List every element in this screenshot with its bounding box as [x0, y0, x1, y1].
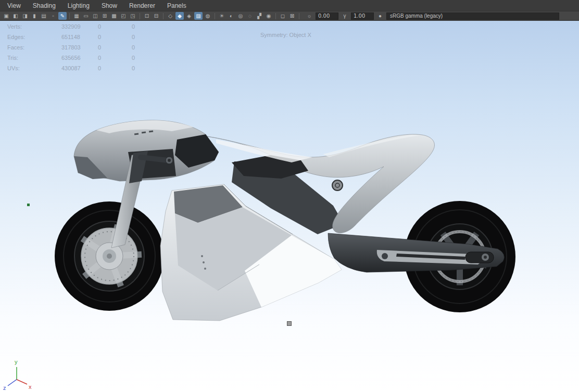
manipulator-handle[interactable]	[287, 321, 292, 326]
menu-view[interactable]: View	[5, 1, 23, 10]
menu-item-label: Lighting	[68, 2, 90, 9]
select-camera-icon[interactable]: ▣	[2, 12, 10, 20]
3d-viewport[interactable]: Verts: 332909 0 0 Edges: 651148 0 0 Face…	[0, 21, 579, 392]
toolbar-color-management-group: ☼ γ ● sRGB gamma (legacy)	[305, 12, 577, 20]
x-ray-icon[interactable]: ⊠	[288, 12, 296, 20]
hud-selected-value: 0	[98, 55, 132, 61]
frame-selection-icon[interactable]: ⊟	[152, 12, 160, 20]
axis-y-label: y	[15, 359, 18, 365]
lock-camera-icon[interactable]: ◧	[11, 12, 20, 20]
icon-glyph: ◫	[93, 13, 97, 19]
pivot-bolt	[332, 180, 343, 191]
icon-glyph: ▤	[41, 13, 46, 19]
menu-lighting[interactable]: Lighting	[66, 1, 92, 10]
toolbar-icons: ▣ ◧ ◨ ▮ ▤ ▫ ✎	[2, 12, 301, 20]
menu-shading[interactable]: Shading	[31, 1, 58, 10]
icon-glyph: ◆	[178, 13, 182, 19]
view-axis-widget: y z x	[1, 355, 37, 391]
menu-item-label: Panels	[167, 2, 186, 9]
toolbar-divider	[275, 13, 276, 19]
hud-row: UVs: 430087 0 0	[0, 63, 163, 73]
color-management-icon[interactable]: ●	[376, 12, 384, 20]
icon-glyph: ☀	[220, 13, 224, 19]
safe-title-icon[interactable]: ◳	[129, 12, 137, 20]
use-default-material-icon[interactable]: ◍	[204, 12, 212, 20]
poly-count-hud: Verts: 332909 0 0 Edges: 651148 0 0 Face…	[0, 21, 163, 73]
menu-panels[interactable]: Panels	[165, 1, 188, 10]
hud-row: Verts: 332909 0 0	[0, 21, 163, 32]
panel-toolbar: ▣ ◧ ◨ ▮ ▤ ▫ ✎	[0, 11, 579, 21]
gamma-icon[interactable]: γ	[341, 12, 349, 20]
hud-component-value: 0	[132, 55, 163, 61]
menu-item-label: View	[7, 2, 21, 9]
frame-all-icon[interactable]: ⊡	[143, 12, 151, 20]
gamma-input[interactable]	[351, 12, 374, 20]
occlusion-icon[interactable]: ◎	[236, 12, 245, 20]
motorcycle-model[interactable]	[0, 21, 579, 392]
toolbar-divider	[299, 13, 299, 19]
gate-mask-icon[interactable]: ⊞	[100, 12, 109, 20]
grid-icon[interactable]: ▦	[72, 12, 81, 20]
2d-pan-zoom-icon[interactable]: ▫	[49, 12, 57, 20]
view-transform-value: sRGB gamma (legacy)	[390, 13, 443, 19]
menu-item-label: Renderer	[129, 2, 155, 9]
icon-glyph: ⊡	[145, 13, 149, 19]
isolate-select-icon[interactable]: ◻	[279, 12, 287, 20]
safe-action-icon[interactable]: ◰	[119, 12, 128, 20]
view-transform-dropdown[interactable]: sRGB gamma (legacy)	[386, 12, 559, 20]
hud-selected-value: 0	[98, 44, 132, 50]
axis-z-label: z	[3, 385, 6, 391]
icon-glyph: ◧	[13, 13, 18, 19]
icon-glyph: ▩	[111, 13, 116, 19]
menu-show[interactable]: Show	[99, 1, 119, 10]
image-plane-icon[interactable]: ▤	[40, 12, 48, 20]
front-wheel	[55, 201, 164, 311]
hud-component-value: 0	[132, 34, 163, 40]
hud-label: Faces:	[7, 44, 61, 50]
textured-icon[interactable]: ▨	[194, 12, 203, 20]
depth-of-field-icon[interactable]: ◉	[265, 12, 273, 20]
icon-glyph: ▦	[74, 13, 79, 19]
icon-glyph: ⊟	[154, 13, 158, 19]
hud-selected-value: 0	[98, 23, 132, 30]
camera-attributes-icon[interactable]: ◨	[21, 12, 29, 20]
hud-label: Edges:	[7, 34, 61, 40]
hud-label: Tris:	[7, 55, 61, 61]
icon-glyph: ◰	[121, 13, 125, 19]
wireframe-on-shaded-icon[interactable]: ◈	[185, 12, 193, 20]
menu-renderer[interactable]: Renderer	[127, 1, 157, 10]
hud-row: Faces: 317803 0 0	[0, 42, 163, 53]
toolbar-divider	[215, 13, 215, 19]
hud-total-value: 332909	[61, 23, 98, 30]
menu-item-label: Show	[102, 2, 117, 9]
hud-label: Verts:	[7, 23, 61, 30]
exposure-input[interactable]	[316, 12, 338, 20]
toolbar-divider	[140, 13, 140, 19]
anti-aliasing-icon[interactable]: ▞	[255, 12, 263, 20]
exposure-icon[interactable]: ☼	[305, 12, 313, 20]
motion-blur-icon[interactable]: ◌	[246, 12, 254, 20]
icon-glyph: ◳	[130, 13, 135, 19]
hud-total-value: 635656	[61, 55, 98, 61]
icon-glyph: ◌	[248, 13, 251, 19]
hud-total-value: 430087	[61, 65, 98, 71]
icon-glyph: ▨	[196, 13, 200, 19]
icon-glyph: ◨	[22, 13, 27, 19]
icon-glyph: ⊞	[103, 13, 107, 19]
smooth-shade-icon[interactable]: ◆	[175, 12, 184, 20]
pivot-dot	[27, 204, 30, 206]
axis-x-label: x	[29, 384, 32, 390]
film-gate-icon[interactable]: ▭	[82, 12, 90, 20]
hud-selected-value: 0	[98, 34, 132, 40]
hud-label: UVs:	[7, 65, 61, 71]
bookmarks-icon[interactable]: ▮	[30, 12, 39, 20]
shadows-icon[interactable]: ◐	[227, 12, 235, 20]
icon-glyph: ◻	[281, 13, 285, 19]
wireframe-icon[interactable]: ◇	[166, 12, 174, 20]
handlebar	[141, 157, 168, 160]
grease-pencil-icon[interactable]: ✎	[58, 12, 67, 20]
resolution-gate-icon[interactable]: ◫	[91, 12, 99, 20]
field-chart-icon[interactable]: ▩	[110, 12, 118, 20]
lights-icon[interactable]: ☀	[218, 12, 226, 20]
icon-glyph: ◎	[238, 13, 243, 19]
